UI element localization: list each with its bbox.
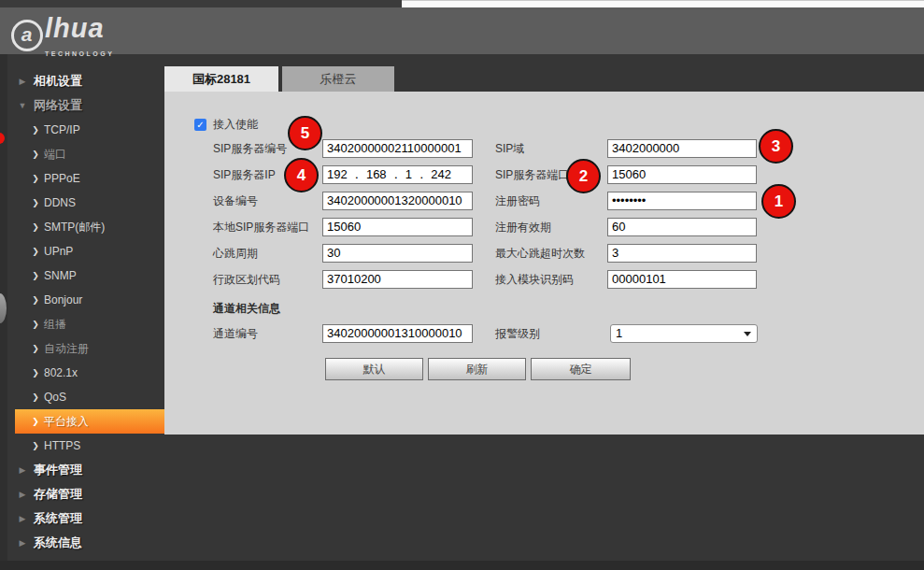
sidebar-item-platform-access[interactable]: ❯平台接入 [15,409,164,434]
dahua-logo-rest: lhua [45,13,105,43]
device-id-label: 设备编号 [213,192,258,210]
sidebar-item-storage-management[interactable]: ▶存储管理 [0,482,164,506]
chevron-right-icon: ❯ [31,295,40,305]
tab-gb28181[interactable]: 国标28181 [164,66,278,92]
chevron-right-icon: ❯ [31,417,40,426]
sidebar-item-camera-settings[interactable]: ▶相机设置 [0,69,164,93]
heartbeat-period-label: 心跳周期 [213,244,258,263]
chevron-right-icon: ❯ [31,125,40,135]
check-icon: ✓ [196,120,204,130]
sidebar-item-multicast[interactable]: ❯组播 [0,312,164,336]
chevron-right-icon: ❯ [31,174,40,183]
region-code-input[interactable]: 37010200 [322,270,473,289]
register-validity-label: 注册有效期 [495,218,551,236]
sidebar-item-system-management[interactable]: ▶系统管理 [0,506,164,531]
sidebar-item-port[interactable]: ❯端口 [0,142,164,166]
chevron-right-icon: ❯ [31,150,40,159]
sidebar-item-auto-register[interactable]: ❯自动注册 [0,336,164,361]
chevron-right-icon: ❯ [31,247,40,256]
device-id-input[interactable]: 34020000001320000010 [322,192,473,210]
access-module-id-input[interactable]: 00000101 [607,270,757,289]
chevron-down-icon [744,332,751,336]
chevron-right-icon: ❯ [31,441,40,450]
chevron-right-icon: ❯ [31,392,40,402]
dahua-logo: alhua TECHNOLOGY [11,13,114,57]
tab-bar: 国标28181 乐橙云 [164,54,924,92]
top-strip-light [402,0,924,7]
enable-label: 接入使能 [213,118,258,131]
sidebar-item-8021x[interactable]: ❯802.1x [0,361,164,385]
sidebar-item-ddns[interactable]: ❯DDNS [0,191,164,215]
chevron-right-icon: ❯ [31,198,40,207]
dahua-camera-web-ui: { "logo": { "a": "a", "rest": "lhua", "t… [0,0,924,570]
dahua-logo-a-icon: a [11,20,43,51]
collapsed-arrow-icon: ▶ [17,490,28,499]
annotation-circle-3: 3 [759,129,793,164]
register-validity-input[interactable]: 60 [607,218,757,236]
max-heartbeat-timeout-input[interactable]: 3 [607,244,757,263]
sidebar-item-smtp[interactable]: ❯SMTP(邮件) [0,215,164,239]
sidebar-item-bonjour[interactable]: ❯Bonjour [0,288,164,312]
annotation-circle-5: 5 [288,116,322,150]
confirm-button[interactable]: 确定 [531,358,631,380]
channel-info-section-title: 通道相关信息 [213,301,280,317]
register-password-label: 注册密码 [495,192,540,210]
sip-server-id-label: SIP服务器编号 [213,139,287,158]
sip-server-port-input[interactable]: 15060 [607,165,757,184]
max-heartbeat-timeout-label: 最大心跳超时次数 [495,244,585,263]
sidebar-item-system-info[interactable]: ▶系统信息 [0,531,164,555]
sidebar-item-event-management[interactable]: ▶事件管理 [0,458,164,482]
chevron-right-icon: ❯ [31,320,40,329]
sidebar-item-snmp[interactable]: ❯SNMP [0,264,164,288]
expanded-arrow-icon: ▼ [17,101,28,110]
default-button[interactable]: 默认 [325,358,423,380]
local-sip-port-label: 本地SIP服务器端口 [213,218,309,236]
sidebar-item-pppoe[interactable]: ❯PPPoE [0,166,164,191]
sidebar-item-https[interactable]: ❯HTTPS [0,434,164,458]
alarm-level-label: 报警级别 [495,324,540,343]
alarm-level-select[interactable]: 1 [610,324,758,343]
tab-lechange[interactable]: 乐橙云 [282,66,394,92]
sip-domain-input[interactable]: 3402000000 [607,139,757,158]
channel-id-label: 通道编号 [213,324,258,343]
collapsed-arrow-icon: ▶ [17,514,28,523]
sidebar-item-tcpip[interactable]: ❯TCP/IP [0,118,164,142]
top-strip-dark [0,0,402,7]
chevron-right-icon: ❯ [31,222,40,232]
sidebar-nav: ▶相机设置 ▼网络设置 ❯TCP/IP ❯端口 ❯PPPoE ❯DDNS ❯SM… [0,54,164,561]
sidebar-item-upnp[interactable]: ❯UPnP [0,239,164,264]
sip-server-ip-label: SIP服务器IP [213,165,276,184]
sip-server-port-label: SIP服务器端口 [495,165,569,184]
heartbeat-period-input[interactable]: 30 [322,244,473,263]
local-sip-port-input[interactable]: 15060 [322,218,473,236]
platform-access-form: ✓ 接入使能 SIP服务器编号 34020000002110000001 SIP… [164,92,924,435]
refresh-button[interactable]: 刷新 [428,358,526,380]
collapsed-arrow-icon: ▶ [17,538,28,548]
annotation-circle-1: 1 [761,184,796,219]
channel-id-input[interactable]: 34020000001310000010 [322,324,473,343]
collapsed-arrow-icon: ▶ [17,465,28,475]
sidebar-item-qos[interactable]: ❯QoS [0,385,164,409]
sip-domain-label: SIP域 [495,139,524,158]
region-code-label: 行政区划代码 [213,270,280,289]
chevron-right-icon: ❯ [31,271,40,280]
register-password-input[interactable]: •••••••• [607,192,757,210]
collapsed-arrow-icon: ▶ [17,77,28,86]
access-module-id-label: 接入模块识别码 [495,270,574,289]
footer-strip [0,561,924,570]
annotation-circle-2: 2 [566,159,601,193]
sip-server-ip-input[interactable]: 192 ． 168 ． 1 ． 242 [322,165,473,184]
sidebar-item-network-settings[interactable]: ▼网络设置 [0,93,164,118]
annotation-circle-4: 4 [284,158,319,192]
header-bar: alhua TECHNOLOGY [0,7,924,54]
chevron-right-icon: ❯ [31,368,40,378]
dahua-logo-wordmark: alhua [11,13,114,51]
sip-server-id-input[interactable]: 34020000002110000001 [322,139,473,158]
enable-checkbox[interactable]: ✓ [194,119,206,131]
chevron-right-icon: ❯ [31,344,40,353]
